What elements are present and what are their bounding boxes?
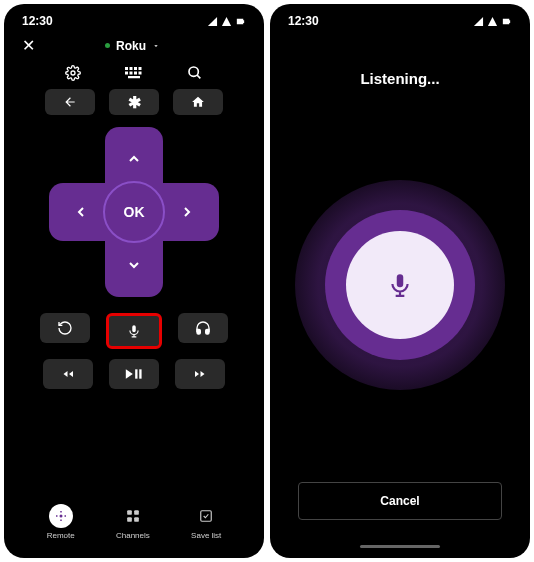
home-button[interactable] <box>173 89 223 115</box>
svg-rect-19 <box>201 511 212 522</box>
ok-label: OK <box>124 204 145 220</box>
svg-point-0 <box>71 71 75 75</box>
status-bar: 12:30 <box>274 8 526 30</box>
svg-rect-17 <box>127 517 132 522</box>
remote-icon <box>49 504 73 528</box>
microphone-icon <box>127 323 141 339</box>
headphones-icon <box>195 320 211 336</box>
fast-forward-icon <box>191 368 209 380</box>
nav-savelist-label: Save list <box>191 531 221 540</box>
svg-rect-18 <box>134 517 139 522</box>
cancel-button[interactable]: Cancel <box>298 482 502 520</box>
savelist-icon <box>194 504 218 528</box>
svg-point-14 <box>59 515 62 518</box>
svg-rect-4 <box>139 67 142 70</box>
search-icon[interactable] <box>187 65 203 81</box>
svg-point-10 <box>189 67 198 76</box>
close-icon[interactable]: ✕ <box>22 36 35 55</box>
dpad: OK <box>49 127 219 297</box>
listening-screen: 12:30 Listening... Cancel <box>270 4 530 558</box>
ok-button[interactable]: OK <box>103 181 165 243</box>
keyboard-icon[interactable] <box>125 65 143 81</box>
chevron-down-icon <box>152 42 160 50</box>
nav-remote[interactable]: Remote <box>47 504 75 540</box>
headphones-button[interactable] <box>178 313 228 343</box>
svg-rect-12 <box>135 369 137 378</box>
svg-rect-2 <box>130 67 133 70</box>
replay-button[interactable] <box>40 313 90 343</box>
options-button[interactable]: ✱ <box>109 89 159 115</box>
play-pause-button[interactable] <box>109 359 159 389</box>
status-bar: 12:30 <box>8 8 260 30</box>
back-button[interactable] <box>45 89 95 115</box>
svg-rect-3 <box>134 67 137 70</box>
back-arrow-icon <box>62 95 78 109</box>
nav-bar-handle <box>360 545 440 548</box>
nav-savelist[interactable]: Save list <box>191 504 221 540</box>
remote-screen: 12:30 ✕ Roku <box>4 4 264 558</box>
nav-remote-label: Remote <box>47 531 75 540</box>
nav-channels[interactable]: Channels <box>116 504 150 540</box>
cancel-label: Cancel <box>380 494 419 508</box>
status-time: 12:30 <box>288 14 319 28</box>
asterisk-icon: ✱ <box>128 93 141 112</box>
status-time: 12:30 <box>22 14 53 28</box>
chevron-left-icon <box>73 204 89 220</box>
svg-rect-9 <box>128 76 140 78</box>
nav-channels-label: Channels <box>116 531 150 540</box>
grid-icon <box>121 504 145 528</box>
status-icons <box>207 16 246 27</box>
chevron-down-icon <box>126 257 142 273</box>
svg-rect-1 <box>125 67 128 70</box>
listening-orb <box>274 87 526 482</box>
svg-rect-6 <box>130 72 133 75</box>
status-icons <box>473 16 512 27</box>
svg-rect-13 <box>139 369 141 378</box>
gear-icon[interactable] <box>65 65 81 81</box>
status-dot-icon <box>105 43 110 48</box>
microphone-icon <box>387 270 413 300</box>
svg-line-11 <box>197 75 200 78</box>
chevron-up-icon <box>126 151 142 167</box>
chevron-right-icon <box>179 204 195 220</box>
listening-title: Listening... <box>274 70 526 87</box>
svg-rect-16 <box>134 510 139 515</box>
replay-icon <box>57 320 73 336</box>
device-name-label: Roku <box>116 39 146 53</box>
svg-rect-7 <box>134 72 137 75</box>
rewind-icon <box>59 368 77 380</box>
play-pause-icon <box>124 367 144 381</box>
mic-button[interactable] <box>106 313 162 349</box>
device-title[interactable]: Roku <box>105 39 160 53</box>
home-icon <box>190 95 206 109</box>
svg-rect-5 <box>125 72 128 75</box>
svg-rect-15 <box>127 510 132 515</box>
rewind-button[interactable] <box>43 359 93 389</box>
svg-rect-8 <box>139 72 142 75</box>
fast-forward-button[interactable] <box>175 359 225 389</box>
